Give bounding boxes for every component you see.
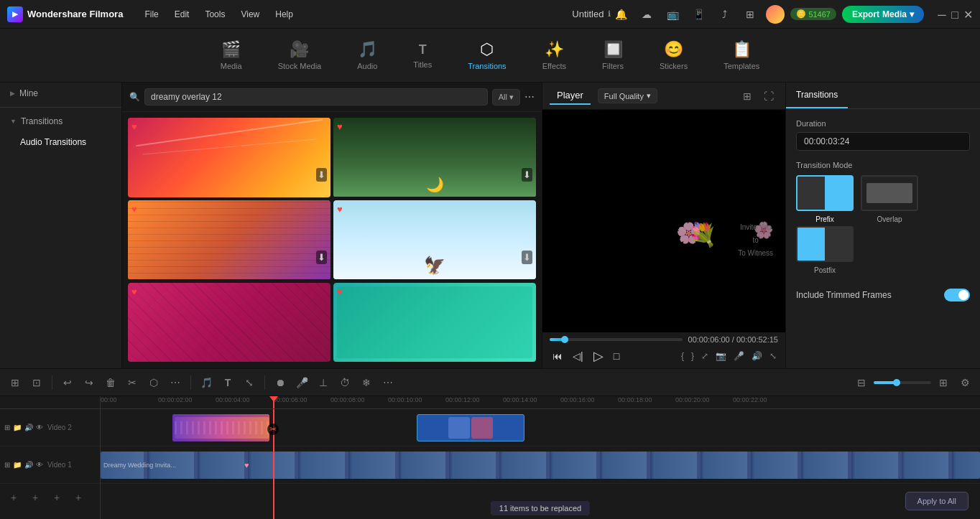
ruler-tick-20: 00:00:20:00	[675, 396, 710, 403]
menu-file[interactable]: File	[137, 6, 165, 22]
export-label: Media	[882, 9, 907, 19]
player-tab[interactable]: Player	[550, 87, 591, 105]
grid-btn[interactable]: ⊞	[740, 4, 760, 24]
download-icon: ⬇	[316, 251, 327, 264]
delete-button[interactable]: 🗑	[101, 373, 120, 392]
more-btn2[interactable]: ⋯	[166, 373, 185, 392]
timeline-layout-btn[interactable]: ⊞	[6, 373, 24, 392]
mark-out-button[interactable]: }	[690, 350, 695, 363]
track-video2	[101, 409, 980, 446]
menu-help[interactable]: Help	[268, 6, 300, 22]
timeline-settings-btn[interactable]: ⚙	[956, 373, 974, 392]
zoom-out-button[interactable]: ⊟	[852, 373, 871, 392]
list-item[interactable]: ♥ ⬇ Old Film Filter And Transition...	[128, 200, 330, 280]
list-item[interactable]: ♥ ⬇ Cinematic Transition 20	[128, 118, 330, 197]
record-btn[interactable]: ⏺	[271, 373, 290, 392]
redo-button[interactable]: ↪	[80, 373, 98, 392]
phone-btn[interactable]: 📱	[688, 4, 708, 24]
filter-label: All	[499, 93, 507, 101]
freeze-btn[interactable]: ❄	[357, 373, 376, 392]
text-btn[interactable]: T	[218, 373, 237, 392]
add-video-track-btn2[interactable]: +	[26, 488, 45, 507]
include-trimmed-toggle[interactable]	[944, 289, 970, 301]
transform-button[interactable]: ⤡	[768, 350, 778, 363]
stop-button[interactable]: □	[611, 349, 622, 363]
mode-postfix[interactable]: Postfix	[796, 226, 854, 274]
add-video-track-btn[interactable]: +	[4, 488, 23, 507]
tab-stock[interactable]: 🎥 Stock Media	[271, 36, 329, 75]
zoom-in-button[interactable]: ⊞	[934, 373, 953, 392]
more-options-button[interactable]: ⋯	[524, 91, 535, 103]
quality-select[interactable]: Full Quality ▾	[598, 88, 657, 103]
step-back-button[interactable]: ◁|	[570, 349, 586, 363]
duration-input[interactable]	[796, 132, 970, 151]
mark-in-button[interactable]: {	[680, 350, 685, 363]
timeline-snap-btn[interactable]: ⊡	[27, 373, 46, 392]
user-avatar[interactable]	[766, 5, 785, 24]
screen-btn[interactable]: 📺	[662, 4, 683, 24]
tab-audio[interactable]: 🎵 Audio	[350, 36, 384, 75]
play-button[interactable]: ▷	[591, 347, 606, 365]
progress-bar[interactable]	[550, 338, 683, 341]
ruler-tick-18: 00:00:18:00	[618, 396, 652, 403]
progress-thumb[interactable]	[561, 336, 568, 343]
tab-effects[interactable]: ✨ Effects	[535, 36, 573, 75]
thumb5-label	[128, 362, 330, 363]
clip-video2-1[interactable]	[172, 414, 269, 441]
voice-btn[interactable]: 🎤	[292, 373, 311, 392]
snapshot-button[interactable]: 📷	[714, 350, 728, 363]
tab-transitions[interactable]: ⬡ Transitions	[461, 36, 513, 75]
detach-btn[interactable]: ⊥	[314, 373, 333, 392]
share-btn[interactable]: ⤴	[714, 4, 734, 24]
export-button[interactable]: Export Media ▾	[842, 6, 924, 23]
cut-button[interactable]: ✂	[123, 373, 142, 392]
volume-button[interactable]: 🔊	[750, 350, 764, 363]
apply-to-all-button[interactable]: Apply to All	[905, 492, 969, 510]
undo-button[interactable]: ↩	[58, 373, 77, 392]
menu-view[interactable]: View	[234, 6, 267, 22]
sidebar-item-audio-transitions[interactable]: Audio Transitions	[0, 132, 121, 152]
mode-prefix[interactable]: Prefix	[796, 175, 854, 223]
zoom-slider[interactable]	[874, 381, 931, 384]
add-track-buttons: + + + +	[0, 484, 100, 511]
time-display: 00:00:06:00 / 00:00:52:15	[688, 335, 778, 344]
search-input[interactable]	[144, 88, 488, 106]
list-item[interactable]: 🦅 ♥ ⬇ Dissolve White	[333, 200, 536, 280]
grid-view-button[interactable]: ⊞	[738, 87, 757, 106]
list-item[interactable]: ♥	[333, 283, 536, 363]
notification-btn[interactable]: 🔔	[611, 4, 631, 24]
maximize-button[interactable]: □	[950, 9, 960, 19]
audio-effect-btn[interactable]: 🎵	[197, 373, 216, 392]
track-v2-icon2: 📁	[13, 424, 22, 431]
cloud-btn[interactable]: ☁	[637, 4, 657, 24]
prefix-preview	[796, 175, 854, 211]
skip-back-button[interactable]: ⏮	[550, 349, 565, 363]
filter-button[interactable]: All ▾	[492, 89, 520, 106]
mode-overlap[interactable]: Overlap	[861, 175, 918, 223]
menu-tools[interactable]: Tools	[198, 6, 232, 22]
clip-video1-main[interactable]: Dreamy Wedding Invita... ♥	[101, 452, 980, 479]
tab-media[interactable]: 🎬 Media	[213, 36, 249, 75]
close-button[interactable]: ✕	[963, 9, 973, 19]
more-btn3[interactable]: ⋯	[379, 373, 397, 392]
minimize-button[interactable]: ─	[937, 9, 947, 19]
clip-speed-btn[interactable]: ⏱	[336, 373, 354, 392]
crop-button[interactable]: ⬡	[144, 373, 163, 392]
tab-transitions-settings[interactable]: Transitions	[786, 83, 848, 108]
ripple-button[interactable]: ⤢	[700, 350, 710, 363]
voiceover-button[interactable]: 🎤	[732, 350, 746, 363]
clip-video2-2[interactable]	[417, 414, 524, 441]
add-video-track-btn3[interactable]: +	[47, 488, 66, 507]
tab-stickers[interactable]: 😊 Stickers	[652, 36, 695, 75]
tab-filters[interactable]: 🔲 Filters	[595, 36, 631, 75]
menu-edit[interactable]: Edit	[167, 6, 197, 22]
list-item[interactable]: ♥	[128, 283, 330, 363]
motion-btn[interactable]: ⤡	[240, 373, 259, 392]
tab-templates[interactable]: 📋 Templates	[716, 36, 767, 75]
add-video-track-btn4[interactable]: +	[69, 488, 88, 507]
sidebar-item-mine[interactable]: ▶ Mine	[0, 83, 121, 104]
list-item[interactable]: 🌙 ♥ ⬇ Moon Movie Transition 03	[333, 118, 536, 197]
fullscreen-button[interactable]: ⛶	[759, 87, 778, 106]
sidebar-item-transitions[interactable]: ▼ Transitions	[0, 111, 121, 132]
tab-titles[interactable]: T Titles	[406, 38, 439, 73]
